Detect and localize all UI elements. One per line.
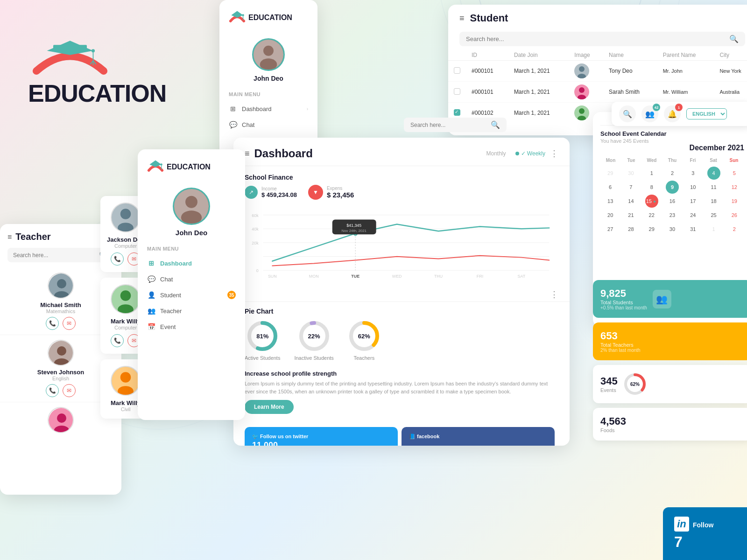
pie-section: Pie Chart 81% Active Students bbox=[233, 301, 570, 366]
tc-call-btn-1[interactable]: 📞 bbox=[111, 252, 124, 266]
sidebar-item-dashboard-top[interactable]: ⊞ Dashboard › bbox=[219, 101, 317, 117]
teacher-msg-btn-1[interactable]: ✉ bbox=[63, 317, 76, 330]
teacher-hamburger-icon: ≡ bbox=[7, 233, 12, 241]
col-city: City bbox=[714, 50, 747, 61]
teacher-subject-1: Matemathics bbox=[46, 308, 75, 314]
sidebar-item-teacher[interactable]: 👥 Teacher bbox=[138, 303, 245, 319]
teacher-call-btn-2[interactable]: 📞 bbox=[46, 384, 59, 397]
cal-day-16[interactable]: 16 bbox=[666, 195, 679, 208]
notifications-btn[interactable]: 👥 42 bbox=[641, 105, 658, 122]
cal-day-25[interactable]: 25 bbox=[707, 209, 720, 222]
cal-day-10[interactable]: 10 bbox=[686, 181, 699, 194]
cal-day-20[interactable]: 20 bbox=[604, 209, 617, 222]
stat-teachers-count: 653 bbox=[600, 330, 744, 342]
teacher-call-btn-1[interactable]: 📞 bbox=[46, 317, 59, 330]
col-image: Image bbox=[569, 50, 603, 61]
cal-day-14[interactable]: 14 bbox=[624, 195, 637, 208]
svg-point-18 bbox=[260, 58, 277, 70]
second-search-input[interactable] bbox=[410, 122, 487, 128]
svg-text:62%: 62% bbox=[630, 382, 640, 387]
sidebar-item-student[interactable]: 👤 Student 35 bbox=[138, 287, 245, 303]
language-selector[interactable]: ENGLISH bbox=[686, 108, 727, 119]
cal-day-30-prev[interactable]: 30 bbox=[624, 167, 637, 180]
cal-day-19[interactable]: 19 bbox=[728, 195, 741, 208]
tab-weekly[interactable]: ✓ Weekly bbox=[515, 150, 545, 157]
cal-day-12[interactable]: 12 bbox=[728, 181, 741, 194]
cal-day-2-next[interactable]: 2 bbox=[728, 223, 741, 236]
cal-day-18[interactable]: 18 bbox=[707, 195, 720, 208]
student-icon: 👤 bbox=[147, 291, 155, 299]
linkedin-box[interactable]: in Follow 7 bbox=[663, 507, 747, 560]
cal-day-5[interactable]: 5 bbox=[728, 167, 741, 180]
cal-day-6[interactable]: 6 bbox=[604, 181, 617, 194]
cal-day-23[interactable]: 23 bbox=[666, 209, 679, 222]
graduation-cap-icon bbox=[28, 37, 112, 79]
student-search-icon: 🔍 bbox=[729, 35, 739, 43]
tc-call-btn-2[interactable]: 📞 bbox=[111, 334, 124, 347]
student-hamburger-icon: ≡ bbox=[459, 14, 465, 23]
social-facebook-card[interactable]: 📘 facebook bbox=[402, 427, 555, 446]
cal-day-13[interactable]: 13 bbox=[604, 195, 617, 208]
cal-day-29[interactable]: 29 bbox=[645, 223, 658, 236]
cal-day-2[interactable]: 2 bbox=[666, 167, 679, 180]
search-nav-btn[interactable]: 🔍 bbox=[619, 105, 636, 122]
teacher-search-input[interactable] bbox=[13, 252, 95, 259]
learn-more-button[interactable]: Learn More bbox=[245, 400, 294, 414]
cal-day-21[interactable]: 21 bbox=[624, 209, 637, 222]
calendar-weekdays: Mon Tue Wed Thu Fri Sat Sun bbox=[600, 156, 744, 165]
cal-day-1[interactable]: 1 bbox=[645, 167, 658, 180]
cal-day-4[interactable]: 4 bbox=[707, 167, 720, 180]
teacher-card-avatar-2 bbox=[111, 284, 141, 314]
cal-day-9[interactable]: 9 bbox=[666, 181, 679, 194]
cal-day-3[interactable]: 3 bbox=[686, 167, 699, 180]
teacher-actions-1: 📞 ✉ bbox=[46, 317, 76, 330]
cal-day-7[interactable]: 7 bbox=[624, 181, 637, 194]
calendar-grid: Mon Tue Wed Thu Fri Sat Sun 29 30 1 2 3 … bbox=[600, 156, 744, 236]
pie-teachers: 62% Teachers bbox=[348, 320, 381, 361]
cal-day-29-prev[interactable]: 29 bbox=[604, 167, 617, 180]
bell-btn[interactable]: 🔔 1 bbox=[664, 105, 681, 122]
stat-foods-card: 4,563 Foods bbox=[593, 408, 747, 441]
sidebar-item-event[interactable]: 📅 Event bbox=[138, 319, 245, 335]
svg-text:60k: 60k bbox=[252, 213, 259, 218]
cal-day-26[interactable]: 26 bbox=[728, 209, 741, 222]
cal-day-24[interactable]: 24 bbox=[686, 209, 699, 222]
student-search-box[interactable]: 🔍 bbox=[459, 32, 745, 46]
stat-foods-count: 4,563 bbox=[600, 415, 626, 427]
teacher-msg-btn-2[interactable]: ✉ bbox=[63, 384, 76, 397]
svg-point-50 bbox=[579, 108, 585, 114]
cal-day-15[interactable]: 15 bbox=[645, 195, 658, 208]
notifications-badge: 42 bbox=[653, 104, 660, 111]
cal-day-22[interactable]: 22 bbox=[645, 209, 658, 222]
row-checkbox-1[interactable] bbox=[454, 67, 460, 74]
social-twitter-card[interactable]: 🐦 Follow us on twitter 11,000 bbox=[245, 427, 398, 446]
main-dashboard-icon: ⊞ bbox=[147, 259, 155, 267]
weekday-fri: Fri bbox=[683, 156, 703, 165]
row-checkbox-2[interactable] bbox=[454, 88, 460, 95]
row-checkbox-3[interactable] bbox=[454, 109, 460, 116]
stats-area: 9,825 Total Students +0.5% than last mon… bbox=[593, 280, 747, 441]
sidebar-item-chat[interactable]: 💬 Chat bbox=[138, 271, 245, 287]
row-date-2: March 1, 2021 bbox=[508, 82, 569, 103]
sidebar-item-chat-top[interactable]: 💬 Chat bbox=[219, 117, 317, 133]
dashboard-more-icon[interactable]: ⋮ bbox=[550, 148, 558, 159]
cal-day-30[interactable]: 30 bbox=[666, 223, 679, 236]
sidebar-item-dashboard[interactable]: ⊞ Dashboard bbox=[138, 255, 245, 271]
chart-more-icon[interactable]: ⋮ bbox=[550, 290, 558, 299]
svg-point-24 bbox=[181, 210, 202, 224]
cal-day-8[interactable]: 8 bbox=[645, 181, 658, 194]
cal-day-27[interactable]: 27 bbox=[604, 223, 617, 236]
second-search-box[interactable]: 🔍 bbox=[404, 118, 507, 132]
pie-ring-teachers: 62% bbox=[348, 320, 381, 352]
cal-day-28[interactable]: 28 bbox=[624, 223, 637, 236]
cal-day-17[interactable]: 17 bbox=[686, 195, 699, 208]
cal-day-31[interactable]: 31 bbox=[686, 223, 699, 236]
student-search-input[interactable] bbox=[466, 35, 726, 42]
cal-day-1-next[interactable]: 1 bbox=[707, 223, 720, 236]
dashboard-header: ≡ Dashboard Monthly ✓ Weekly ⋮ bbox=[233, 138, 570, 166]
tab-monthly[interactable]: Monthly bbox=[486, 150, 506, 157]
teacher-search-box[interactable]: 🔍 bbox=[7, 248, 114, 262]
teacher-card-sub-3: Civil bbox=[121, 406, 131, 412]
cal-day-11[interactable]: 11 bbox=[707, 181, 720, 194]
linkedin-follow-text: Follow bbox=[693, 521, 713, 529]
